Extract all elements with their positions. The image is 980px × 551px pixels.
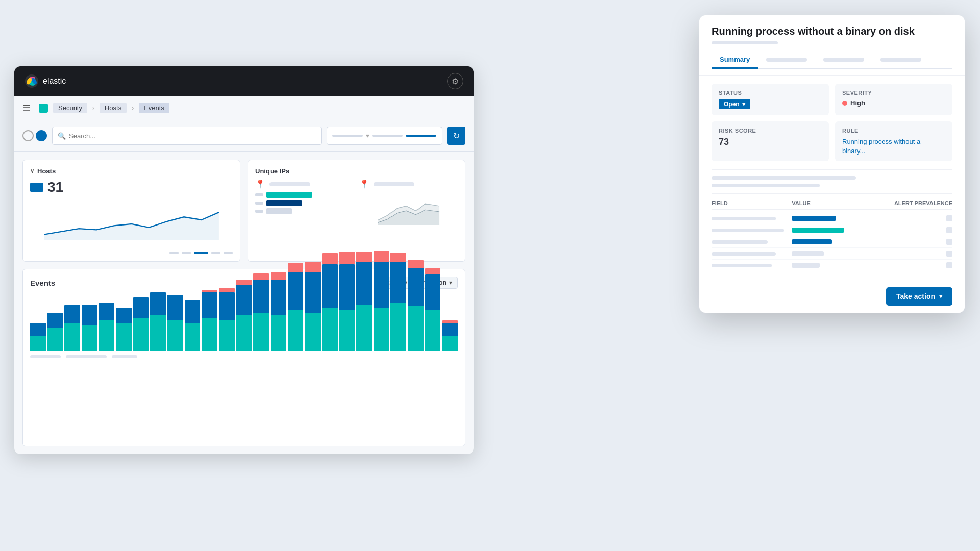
bar-group-22 <box>408 260 424 351</box>
line-chart-svg <box>30 199 233 240</box>
bar-group-5 <box>116 308 132 351</box>
ip-bars-left <box>255 192 354 214</box>
ip-area-chart <box>359 192 458 225</box>
top-widgets: ∨ Hosts 31 <box>22 160 465 262</box>
bar-group-8 <box>167 295 183 351</box>
breadcrumb-events[interactable]: Events <box>139 103 169 113</box>
bar-group-6 <box>133 297 149 351</box>
events-bar-chart <box>30 295 458 351</box>
flyout-title: Running process without a binary on disk <box>712 26 952 37</box>
dot-2 <box>182 252 191 254</box>
flyout-tab-placeholder-3 <box>872 52 929 68</box>
risk-score-cell: Risk Score 73 <box>712 121 829 161</box>
bar-group-14 <box>271 272 286 351</box>
hosts-count: 31 <box>30 179 233 195</box>
flyout-tab-placeholder-2 <box>815 52 872 68</box>
ip-bar-blue <box>266 200 302 206</box>
search-bar-area: 🔍 ▾ ↻ <box>14 120 474 152</box>
elastic-logo: elastic <box>24 74 66 88</box>
bar-group-15 <box>288 263 304 351</box>
nav-bar: ☰ Security › Hosts › Events <box>14 96 474 120</box>
bar-group-9 <box>185 300 201 351</box>
bar-group-1 <box>47 313 63 351</box>
dot-3 <box>211 252 220 254</box>
refresh-button[interactable]: ↻ <box>447 127 465 145</box>
placeholder-row-2 <box>712 184 820 187</box>
flyout-tab-placeholder-1 <box>758 52 815 68</box>
status-cell: Status Open ▾ <box>712 84 829 115</box>
rule-link[interactable]: Running process without a binary... <box>842 138 920 155</box>
search-input-wrapper[interactable]: 🔍 <box>52 127 322 145</box>
ip-bar-gray <box>266 208 292 214</box>
flyout-tab-summary[interactable]: Summary <box>712 52 758 69</box>
take-action-button[interactable]: Take action ▾ <box>886 287 952 306</box>
bar-group-2 <box>64 305 80 351</box>
bar-group-4 <box>99 303 115 351</box>
pin-icon-2: 📍 <box>359 179 370 189</box>
field-table: Field Value Alert prevalence <box>712 200 952 271</box>
dot-4 <box>224 252 233 254</box>
flyout-tabs: Summary <box>712 52 952 69</box>
dot-active <box>194 252 208 254</box>
events-section: Events Stack by event.action ▾ <box>22 269 465 446</box>
bar-group-13 <box>253 273 269 351</box>
bar-group-7 <box>150 292 166 351</box>
hosts-widget: ∨ Hosts 31 <box>22 160 240 262</box>
severity-row: High <box>842 99 945 107</box>
elastic-logo-icon <box>24 74 39 88</box>
rule-label: Rule <box>842 128 945 134</box>
legend-3 <box>112 355 137 358</box>
date-bar-mid <box>372 135 403 137</box>
legend-2 <box>66 355 107 358</box>
bar-group-10 <box>202 290 217 351</box>
ip-bar-label-1 <box>255 193 263 196</box>
field-row-3 <box>712 236 952 248</box>
search-input[interactable] <box>69 132 316 140</box>
ip-bar-row-3 <box>255 208 354 214</box>
field-row-1 <box>712 213 952 224</box>
search-icon: 🔍 <box>58 132 66 140</box>
toggle-ring[interactable] <box>22 130 34 141</box>
bar-group-18 <box>339 252 355 351</box>
ip-row-2: 📍 <box>359 179 458 189</box>
toggle-filled[interactable] <box>36 130 47 141</box>
ip-bar-row-1 <box>255 192 354 198</box>
bar-group-16 <box>305 262 321 351</box>
unique-ips-right: 📍 <box>359 179 458 254</box>
date-dropdown-icon: ▾ <box>366 132 369 139</box>
unique-ips-left: 📍 <box>255 179 354 254</box>
dot-1 <box>169 252 179 254</box>
status-badge[interactable]: Open ▾ <box>719 99 750 109</box>
breadcrumb-security[interactable]: Security <box>53 103 87 113</box>
unique-ips-content: 📍 <box>255 179 458 254</box>
ip-label-2 <box>374 182 414 186</box>
settings-icon[interactable]: ⚙ <box>447 73 463 89</box>
breadcrumb-arrow-2: › <box>132 105 134 112</box>
breadcrumb-arrow-1: › <box>92 105 94 112</box>
bar-group-19 <box>356 252 372 351</box>
events-title: Events <box>30 279 55 287</box>
col-alert: Alert prevalence <box>872 200 952 206</box>
field-row-5 <box>712 260 952 271</box>
flyout-footer: Take action ▾ <box>699 280 965 313</box>
field-row-2 <box>712 224 952 236</box>
info-grid: Status Open ▾ Severity High Risk Score 7… <box>712 84 952 161</box>
unique-ips-title: Unique IPs <box>255 167 458 175</box>
ip-label-1 <box>270 182 310 186</box>
severity-cell: Severity High <box>835 84 952 115</box>
topbar: elastic ⚙ <box>14 66 474 96</box>
date-picker[interactable]: ▾ <box>327 127 442 145</box>
bar-group-21 <box>390 253 406 351</box>
bar-group-23 <box>425 268 441 351</box>
view-toggle <box>22 130 47 141</box>
severity-value: High <box>850 99 865 107</box>
risk-score-value: 73 <box>719 137 822 147</box>
breadcrumb-hosts[interactable]: Hosts <box>100 103 127 113</box>
pin-icon-1: 📍 <box>255 179 265 189</box>
hosts-widget-title: ∨ Hosts <box>30 167 233 175</box>
hamburger-menu[interactable]: ☰ <box>22 103 31 114</box>
date-bar-left <box>332 135 363 137</box>
browser-window: elastic ⚙ ☰ Security › Hosts › Events 🔍 <box>14 66 474 454</box>
take-action-chevron: ▾ <box>939 293 942 300</box>
chevron-down-icon: ∨ <box>30 168 34 174</box>
